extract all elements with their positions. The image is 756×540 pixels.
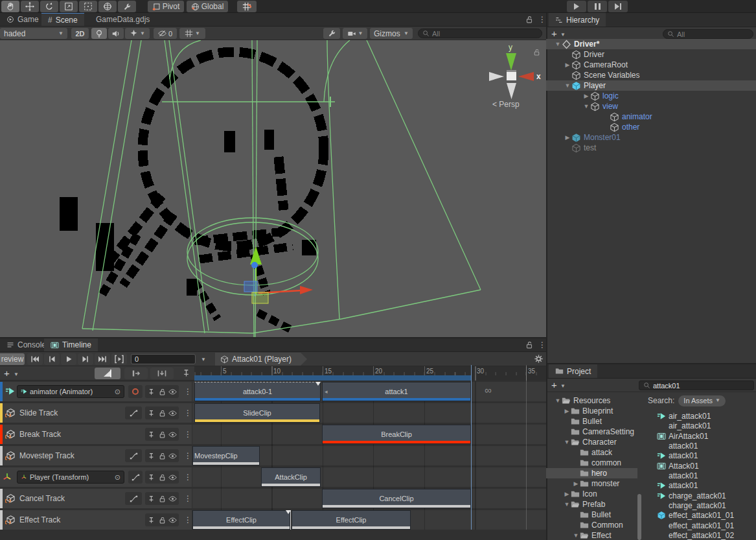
- tab-project[interactable]: Project: [549, 364, 597, 378]
- custom-tool-button[interactable]: [118, 1, 136, 12]
- foldout-icon[interactable]: ▼: [563, 439, 571, 445]
- lock-icon[interactable]: [158, 409, 166, 417]
- hierarchy-row[interactable]: other: [546, 122, 756, 132]
- folder-row[interactable]: Bullet: [546, 416, 637, 427]
- unlock-icon[interactable]: [525, 15, 534, 24]
- folder-row[interactable]: ▼Character: [546, 437, 637, 447]
- lock-icon[interactable]: [158, 473, 166, 482]
- scene-search-input[interactable]: [432, 30, 538, 38]
- tab-timeline[interactable]: Timeline: [44, 338, 98, 351]
- timeline-play-button[interactable]: [61, 353, 76, 365]
- asset-row[interactable]: air_attack01: [643, 411, 756, 421]
- folder-row[interactable]: ▶Blueprint: [546, 406, 637, 416]
- lock-icon[interactable]: [158, 388, 166, 396]
- grid-visibility-dropdown[interactable]: ▼: [179, 28, 205, 39]
- asset-row[interactable]: charge_attack01: [643, 500, 756, 510]
- track-header-break[interactable]: Break Track ⋮: [0, 425, 192, 444]
- foldout-icon[interactable]: ▼: [554, 41, 562, 47]
- asset-row[interactable]: attack01: [643, 451, 756, 460]
- chevron-down-icon[interactable]: ▼: [560, 384, 566, 389]
- track-markers-toggle[interactable]: [124, 368, 148, 379]
- curves-button[interactable]: [125, 406, 142, 419]
- timeline-marker-pin-icon[interactable]: [181, 368, 191, 378]
- clip-attack1[interactable]: ◂attack1: [322, 382, 471, 401]
- shading-mode-dropdown[interactable]: haded▼: [0, 28, 67, 39]
- gizmo-unlock-icon[interactable]: [533, 48, 541, 56]
- pin-icon[interactable]: [147, 388, 155, 396]
- eye-icon[interactable]: [168, 516, 177, 524]
- chevron-down-icon[interactable]: ▼: [14, 372, 19, 377]
- tab-game[interactable]: Game: [0, 13, 45, 26]
- timeline-ruler[interactable]: 5 10 15 20 25 30 35: [194, 366, 546, 381]
- asset-row[interactable]: effect_attack01_01: [643, 521, 756, 530]
- pin-icon[interactable]: [147, 495, 155, 503]
- frame-input[interactable]: [135, 355, 192, 363]
- hierarchy-row[interactable]: ▼view: [546, 101, 756, 112]
- lock-icon[interactable]: [158, 452, 166, 460]
- asset-row[interactable]: charge_attack01: [643, 491, 756, 500]
- scale-tool-button[interactable]: [60, 1, 78, 12]
- eye-icon[interactable]: [168, 473, 177, 482]
- goto-end-button[interactable]: [95, 353, 110, 365]
- pin-icon[interactable]: [147, 430, 155, 439]
- unlock-icon[interactable]: [525, 340, 534, 349]
- asset-row[interactable]: AirAttack01: [643, 431, 756, 441]
- pin-icon[interactable]: [147, 452, 155, 460]
- scene-camera-dropdown[interactable]: ▼: [343, 28, 367, 39]
- foldout-icon[interactable]: ▼: [554, 397, 562, 404]
- project-search-field[interactable]: [639, 381, 754, 390]
- clip-cancel[interactable]: CancelClip: [322, 489, 471, 508]
- scene-tools-button[interactable]: [323, 28, 340, 39]
- folder-row[interactable]: attack: [546, 447, 637, 458]
- track-header-cancel[interactable]: Cancel Track ⋮: [0, 489, 192, 508]
- play-button[interactable]: [567, 1, 586, 12]
- foldout-icon[interactable]: ▶: [563, 491, 571, 497]
- object-picker-icon[interactable]: ⊙: [115, 388, 120, 396]
- folder-row[interactable]: CameraSetting: [546, 427, 637, 437]
- tab-gamedata[interactable]: GameData.gdjs: [89, 13, 156, 26]
- hierarchy-search-field[interactable]: [663, 29, 753, 39]
- pin-icon[interactable]: [147, 473, 155, 482]
- hierarchy-row[interactable]: animator: [546, 112, 756, 122]
- asset-row[interactable]: attack01: [643, 471, 756, 480]
- foldout-icon[interactable]: ▼: [572, 532, 580, 539]
- hierarchy-row-scene[interactable]: ▼Driver*: [546, 39, 756, 49]
- 2d-toggle-button[interactable]: 2D: [71, 28, 89, 39]
- tab-hierarchy[interactable]: Hierarchy: [549, 13, 606, 27]
- track-menu-icon[interactable]: ⋮: [184, 387, 192, 396]
- search-scope-dropdown[interactable]: In Assets▼: [678, 395, 726, 406]
- foldout-icon[interactable]: ▶: [572, 480, 580, 487]
- eye-icon[interactable]: [168, 430, 177, 439]
- hierarchy-row[interactable]: ▶CameraRoot: [546, 60, 756, 70]
- rect-tool-button[interactable]: [79, 1, 97, 12]
- folder-row[interactable]: ▼Effect: [546, 530, 637, 540]
- tab-scene[interactable]: #Scene: [41, 13, 84, 26]
- hierarchy-row[interactable]: test: [546, 143, 756, 153]
- timeline-menu-icon[interactable]: ⋮: [538, 340, 546, 349]
- asset-row[interactable]: Attack01: [643, 461, 756, 471]
- hierarchy-row[interactable]: ▶Monster01: [546, 132, 756, 143]
- clip-edge-marker[interactable]: [315, 382, 321, 386]
- asset-row[interactable]: attack01: [643, 480, 756, 490]
- grid-snap-button[interactable]: [237, 1, 257, 12]
- chevron-down-icon[interactable]: ▼: [201, 357, 206, 362]
- timeline-breadcrumb[interactable]: Attack01 (Player): [215, 353, 307, 366]
- folder-row[interactable]: Common: [546, 520, 637, 530]
- curves-button[interactable]: [128, 471, 143, 484]
- scene-audio-button[interactable]: [108, 28, 124, 39]
- preview-button[interactable]: review: [0, 353, 25, 365]
- clip-lane[interactable]: [192, 467, 546, 487]
- track-menu-icon[interactable]: ⋮: [184, 430, 192, 439]
- track-header-animator[interactable]: animator (Animator)⊙ ⋮: [0, 382, 192, 401]
- track-header-slide[interactable]: Slide Track ⋮: [0, 403, 192, 423]
- gizmos-dropdown[interactable]: Gizmos▼: [370, 28, 413, 39]
- transform-tool-button[interactable]: [98, 1, 117, 12]
- hierarchy-add-button[interactable]: +: [551, 28, 557, 39]
- projection-label[interactable]: < Persp: [492, 100, 520, 109]
- track-header-player-transform[interactable]: Player (Transform)⊙ ⋮: [0, 467, 192, 487]
- rotate-tool-button[interactable]: [40, 1, 58, 12]
- scene-search-field[interactable]: [418, 29, 542, 38]
- eye-icon[interactable]: [168, 409, 177, 417]
- scene-lighting-button[interactable]: [91, 28, 107, 39]
- clip-effect-2[interactable]: EffectClip: [292, 510, 411, 530]
